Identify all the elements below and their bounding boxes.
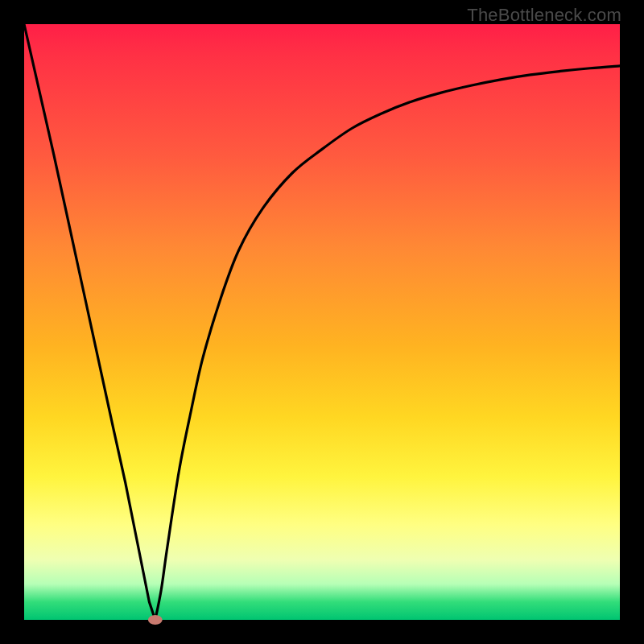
plot-area [24,24,620,620]
bottleneck-curve [24,24,620,620]
chart-frame: TheBottleneck.com [0,0,644,644]
watermark-text: TheBottleneck.com [467,5,621,26]
curve-left-segment [24,24,155,620]
optimum-marker [148,615,163,625]
curve-right-segment [155,66,620,620]
